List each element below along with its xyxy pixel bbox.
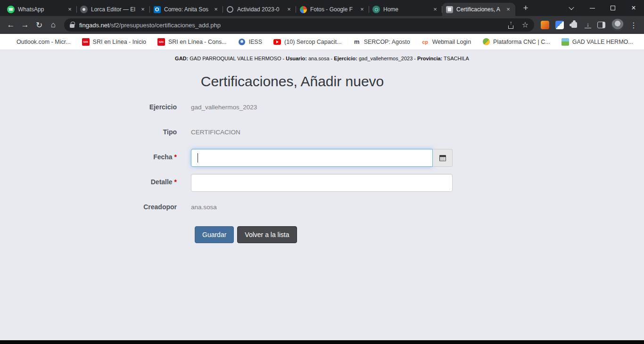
home-site-icon (372, 6, 380, 13)
bookmark-label: GAD VALLE HERMO... (572, 39, 633, 45)
url-text: fingads.net/sf2/presupuesto/certificacio… (79, 22, 221, 29)
tab-certificaciones-active[interactable]: Certificaciones, A × (442, 3, 515, 16)
bookmark-gad-valle-hermoso[interactable]: GAD VALLE HERMO... (561, 38, 633, 46)
tipo-value: CERTIFICACION (191, 124, 453, 142)
bookmark-sercop-youtube[interactable]: (10) Sercop Capacit... (273, 38, 342, 46)
tab-whatsapp[interactable]: ☎ WhatsApp × (4, 3, 77, 16)
downloads-icon[interactable]: ↓ (585, 22, 591, 28)
gad-site-icon (561, 38, 569, 46)
bookmark-iess[interactable]: IESS (238, 38, 263, 46)
tab-label: WhatsApp (18, 6, 63, 13)
page-content: GAD: GAD PARROQUIAL VALLE HERMOSO - Usua… (0, 50, 644, 340)
tab-correo-outlook[interactable]: O Correo: Anita Sos × (150, 3, 223, 16)
form-buttons: Guardar Volver a la lista (195, 226, 453, 243)
bookmark-label: Plataforma CNC | C... (493, 39, 550, 45)
tab-search-chevron-icon[interactable] (561, 0, 582, 16)
tab-close-icon[interactable]: × (66, 6, 74, 13)
cnc-icon (483, 38, 490, 45)
bookmark-label: SRI en Línea - Inicio (93, 39, 146, 45)
bookmark-label: (10) Sercop Capacit... (284, 39, 342, 45)
maximize-button[interactable] (603, 0, 623, 16)
browser-toolbar: ← → ↻ ⌂ fingads.net/sf2/presupuesto/cert… (0, 16, 644, 34)
header-gad-label: GAD: (175, 56, 188, 61)
header-gad-value: GAD PARROQUIAL VALLE HERMOSO - (188, 56, 286, 61)
required-asterisk: * (174, 178, 177, 186)
tab-close-icon[interactable]: × (285, 6, 293, 13)
text-cursor (198, 153, 198, 163)
lorca-editor-icon (80, 6, 88, 13)
url-path: /sf2/presupuesto/certificaciones_add.php (109, 22, 221, 29)
form-row-creadopor: Creadopor ana.sosa (132, 199, 453, 217)
tab-close-icon[interactable]: × (358, 6, 366, 13)
form-container: Certificaciones, Añadir nuevo Ejercicio … (132, 74, 453, 243)
tab-close-icon[interactable]: × (504, 6, 512, 13)
bookmarks-bar: Outlook.com - Micr... SRI SRI en Línea -… (0, 34, 644, 50)
bookmark-sri-inicio[interactable]: SRI SRI en Línea - Inicio (82, 38, 146, 46)
microsoft-icon (6, 38, 13, 46)
bookmark-label: Webmail Login (432, 39, 471, 45)
forward-button[interactable]: → (18, 18, 32, 32)
tab-label: Home (383, 6, 428, 13)
tab-close-icon[interactable]: × (139, 6, 147, 13)
profile-avatar[interactable] (611, 19, 624, 31)
creadopor-value: ana.sosa (191, 199, 453, 217)
site-header-info: GAD: GAD PARROQUIAL VALLE HERMOSO - Usua… (0, 50, 644, 61)
translate-extension-icon[interactable] (555, 21, 564, 29)
fingads-favicon (446, 6, 453, 13)
share-icon[interactable]: ↑ (508, 22, 514, 29)
side-panel-icon[interactable] (597, 22, 605, 28)
tab-label: Actividad 2023-0 (237, 6, 282, 13)
browser-menu-icon[interactable]: ⋮ (630, 21, 637, 30)
extensions-area: ↓ ⋮ (541, 19, 637, 31)
bookmark-webmail[interactable]: cp Webmail Login (421, 38, 471, 46)
guardar-button[interactable]: Guardar (195, 226, 234, 243)
outlook-icon: O (154, 6, 161, 13)
tab-home[interactable]: Home × (369, 3, 442, 16)
tab-label: Fotos - Google F (310, 6, 355, 13)
youtube-icon (273, 39, 281, 45)
home-button[interactable]: ⌂ (46, 18, 60, 32)
fecha-input[interactable] (191, 149, 433, 167)
tab-close-icon[interactable]: × (431, 6, 439, 13)
volver-button[interactable]: Volver a la lista (237, 226, 297, 243)
ejercicio-label: Ejercicio (132, 99, 177, 117)
new-tab-button[interactable]: + (519, 1, 532, 15)
tab-close-icon[interactable]: × (212, 6, 220, 13)
form-row-fecha: Fecha * (132, 149, 453, 167)
header-ejercicio-value: gad_vallehermos_2023 - (357, 56, 417, 61)
header-usuario-label: Usuario: (286, 56, 307, 61)
extension-icon-1[interactable] (541, 21, 549, 29)
globe-icon (227, 6, 233, 13)
ejercicio-value: gad_vallehermos_2023 (191, 99, 453, 117)
window-controls: × (561, 0, 644, 16)
form-row-ejercicio: Ejercicio gad_vallehermos_2023 (132, 99, 453, 117)
address-bar[interactable]: fingads.net/sf2/presupuesto/certificacio… (64, 18, 534, 32)
bookmark-label: Outlook.com - Micr... (17, 39, 71, 45)
tab-actividad[interactable]: Actividad 2023-0 × (223, 3, 296, 16)
extensions-puzzle-icon[interactable] (571, 22, 577, 28)
bookmark-plataforma-cnc[interactable]: Plataforma CNC | C... (482, 38, 550, 46)
tab-lorca-editor[interactable]: Lorca Editor — El × (77, 3, 150, 16)
header-usuario-value: ana.sosa - (307, 56, 334, 61)
calendar-button[interactable] (433, 149, 453, 167)
reload-button[interactable]: ↻ (32, 18, 46, 32)
tab-google-photos[interactable]: Fotos - Google F × (296, 3, 369, 16)
tab-strip: ☎ WhatsApp × Lorca Editor — El × O Corre… (0, 0, 644, 16)
tab-label: Certificaciones, A (456, 6, 501, 13)
tabs-container: ☎ WhatsApp × Lorca Editor — El × O Corre… (0, 3, 515, 16)
iess-icon (239, 39, 245, 45)
tab-label: Correo: Anita Sos (164, 6, 209, 13)
lock-icon (70, 24, 74, 28)
close-window-button[interactable]: × (623, 0, 644, 16)
tab-label: Lorca Editor — El (91, 6, 136, 13)
bookmark-sri-consultas[interactable]: SRI SRI en Línea - Cons... (157, 38, 227, 46)
moodle-icon: m (353, 38, 361, 46)
bookmark-outlook[interactable]: Outlook.com - Micr... (6, 38, 71, 46)
bookmark-star-icon[interactable]: ☆ (522, 21, 528, 29)
creadopor-label: Creadopor (132, 199, 177, 217)
page-title: Certificaciones, Añadir nuevo (132, 74, 453, 90)
detalle-input[interactable] (191, 174, 453, 192)
bookmark-sercop-agosto[interactable]: m SERCOP: Agosto (353, 38, 410, 46)
back-button[interactable]: ← (4, 18, 18, 32)
minimize-button[interactable] (582, 0, 603, 16)
